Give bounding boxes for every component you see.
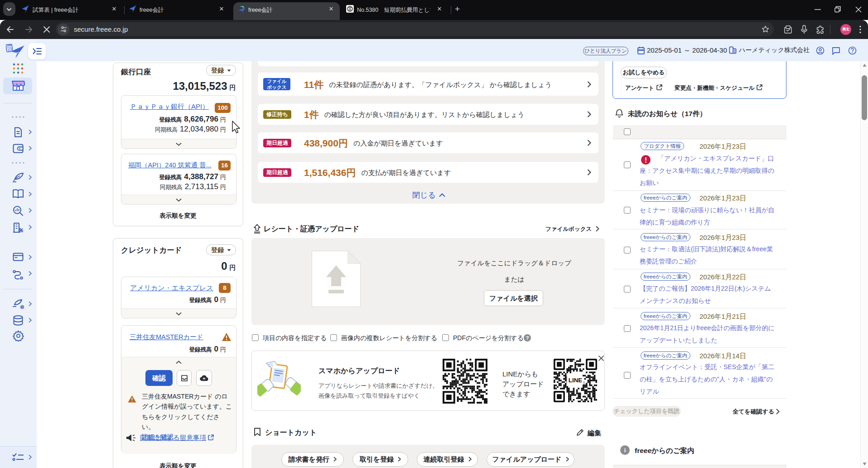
svg-text:LINE: LINE <box>569 377 582 384</box>
